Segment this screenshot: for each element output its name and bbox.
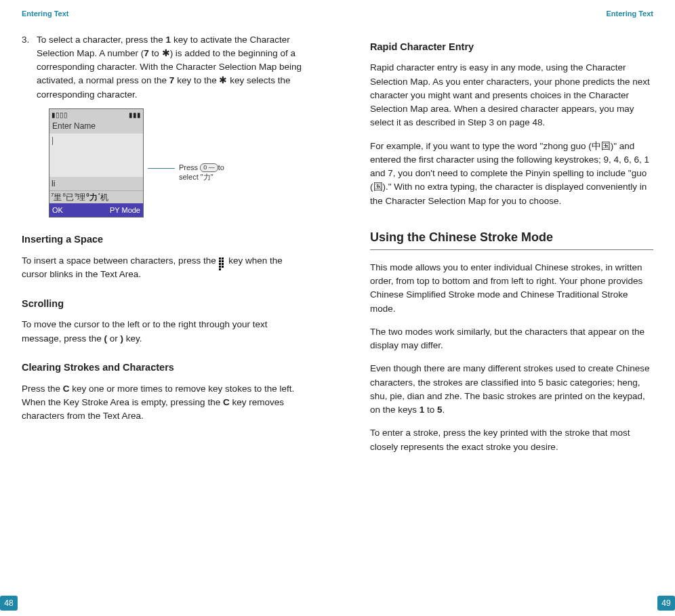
text: )." With no extra typing, the character … <box>370 182 647 205</box>
para-stroke-1: This mode allows you to enter individual… <box>370 261 653 316</box>
step-body: To select a character, press the 1 key t… <box>37 33 305 102</box>
cand-char: 机 <box>100 192 108 202</box>
phone-screen: ▮▯▯▯ ▮▮▮ Enter Name | li 7里 8已 9理 0力 *机 … <box>49 108 144 218</box>
phone-text-area: | <box>49 134 143 177</box>
phone-input-row: li <box>49 177 143 190</box>
text: To move the cursor to the left or to the… <box>22 319 267 343</box>
para-stroke-3: Even though there are many different str… <box>370 362 653 417</box>
text: to <box>149 48 162 58</box>
running-head-right: Entering Text <box>370 7 653 33</box>
text: " <box>211 173 213 181</box>
phone-screenshot-area: ▮▯▯▯ ▮▮▮ Enter Name | li 7里 8已 9理 0力 *机 … <box>49 108 305 218</box>
cand-char: 力 <box>89 192 98 202</box>
text: to <box>424 405 437 415</box>
right-page: Entering Text Rapid Character Entry Rapi… <box>338 0 675 616</box>
softkey-left: OK <box>52 205 63 216</box>
left-page: Entering Text 3. To select a character, … <box>0 0 338 616</box>
heading-rapid-entry: Rapid Character Entry <box>370 40 653 55</box>
para-scrolling: To move the cursor to the left or to the… <box>22 318 305 346</box>
text: To select a character, press the <box>37 35 166 45</box>
page-number-left: 48 <box>0 596 18 611</box>
para-inserting-space: To insert a space between characters, pr… <box>22 254 305 282</box>
text: . <box>443 405 445 415</box>
key-pill-icon: 0 — <box>200 163 218 172</box>
candidate-5: *机 <box>98 191 109 203</box>
para-clearing: Press the C key one or more times to rem… <box>22 382 305 424</box>
callout-text: Press 0 —to select "力" <box>179 163 240 182</box>
key-c: C <box>223 397 230 407</box>
grid-key-icon <box>218 257 226 264</box>
phone-softkey-row: OK PY Mode <box>49 203 143 218</box>
chinese-zhongguo: 中国 <box>592 141 611 151</box>
candidate-3: 9理 <box>75 191 86 203</box>
running-head-left: Entering Text <box>22 7 305 33</box>
cand-char: 已 <box>66 192 74 202</box>
star-icon: ✱ <box>219 75 227 85</box>
phone-candidate-row: 7里 8已 9理 0力 *机 <box>49 190 143 203</box>
para-stroke-2: The two modes work similarly, but the ch… <box>370 325 653 353</box>
text: key to the <box>174 75 219 85</box>
heading-clearing: Clearing Strokes and Characters <box>22 361 305 375</box>
signal-icon: ▮▯▯▯ <box>52 110 68 118</box>
callout-line <box>148 168 175 169</box>
heading-scrolling: Scrolling <box>22 297 305 312</box>
text: For example, if you want to type the wor… <box>370 141 592 151</box>
para-rapid-2: For example, if you want to type the wor… <box>370 140 653 208</box>
para-stroke-4: To enter a stroke, press the key printed… <box>370 426 653 454</box>
candidate-4-selected: 0力 <box>86 191 98 203</box>
callout-char: 力 <box>203 173 211 181</box>
candidate-1: 7里 <box>51 191 62 203</box>
phone-status-bar: ▮▯▯▯ ▮▮▮ <box>49 109 143 119</box>
chinese-guo: 国 <box>373 182 383 192</box>
heading-inserting-space: Inserting a Space <box>22 232 305 247</box>
candidate-2: 8已 <box>62 191 74 203</box>
text: Press <box>179 163 200 171</box>
key-c: C <box>63 384 70 394</box>
cand-char: 理 <box>77 192 85 202</box>
text: Even though there are many different str… <box>370 363 650 415</box>
battery-icon: ▮▮▮ <box>129 110 141 118</box>
page-number-right: 49 <box>657 596 675 611</box>
step-number: 3. <box>22 33 37 102</box>
step-3: 3. To select a character, press the 1 ke… <box>22 33 305 102</box>
key-7: 7 <box>144 48 149 58</box>
text: or <box>107 333 121 344</box>
text: key. <box>123 333 142 344</box>
heading-rule <box>370 249 653 250</box>
text: To insert a space between characters, pr… <box>22 255 218 266</box>
phone-title: Enter Name <box>49 119 143 134</box>
key-1: 1 <box>166 35 171 45</box>
para-rapid-1: Rapid character entry is easy in any mod… <box>370 61 653 129</box>
key-5: 5 <box>437 405 443 415</box>
star-icon: ✱ <box>162 48 170 58</box>
text: Press the <box>22 384 63 394</box>
softkey-right: PY Mode <box>110 205 140 216</box>
heading-stroke-mode: Using the Chinese Stroke Mode <box>370 228 653 247</box>
cand-char: 里 <box>54 192 62 202</box>
